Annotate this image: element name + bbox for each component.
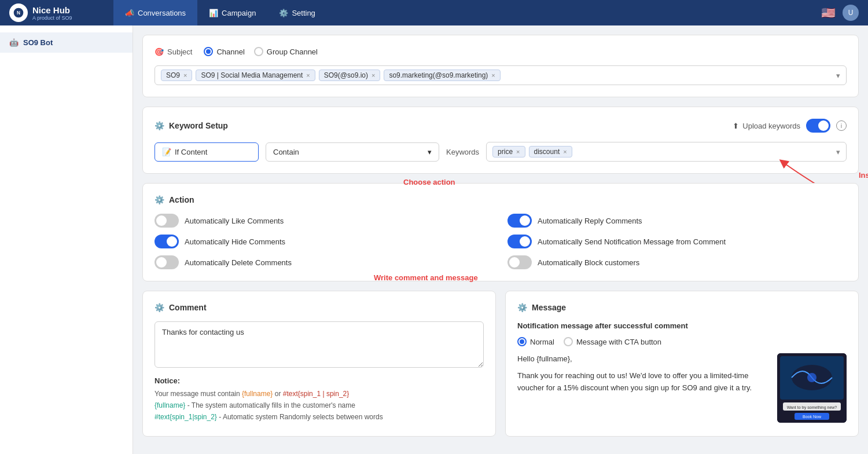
radio-channel-circle (204, 47, 213, 56)
contain-chevron-icon: ▾ (428, 148, 432, 156)
tags-container[interactable]: SO9 × SO9 | Social Media Management × SO… (155, 65, 847, 85)
comment-textarea[interactable]: Thanks for contacting us (155, 321, 484, 368)
contain-select[interactable]: Contain ▾ (266, 142, 439, 162)
subject-label: 🎯 Subject (155, 47, 192, 56)
avatar[interactable]: U (843, 5, 859, 21)
keyword-header-left: ⚙️ Keyword Setup (155, 121, 228, 130)
content-icon: 📝 (162, 148, 171, 156)
keywords-chevron-icon: ▾ (836, 148, 840, 156)
radio-cta-circle (564, 337, 573, 346)
preview-svg: Want to try something new? Book Now (777, 353, 847, 423)
if-content-select[interactable]: 📝 If Content (155, 142, 259, 162)
keyword-tag-price: price × (492, 146, 525, 158)
notice-desc2-post: - Automatic system Randomly selects betw… (219, 413, 382, 421)
radio-cta-label: Message with CTA button (576, 338, 661, 346)
upload-icon: ⬆ (733, 122, 739, 130)
message-gear-icon: ⚙️ (517, 303, 527, 312)
svg-text:N: N (17, 10, 20, 16)
tag-close-marketing[interactable]: × (491, 72, 495, 79)
auto-block-toggle[interactable] (507, 255, 532, 269)
notice-desc1: {fullname} - The system automatically fi… (155, 401, 484, 409)
auto-block-toggle-slider (507, 255, 532, 269)
tag-close-so9-email[interactable]: × (372, 72, 375, 79)
tag-social-media: SO9 | Social Media Management × (196, 69, 315, 81)
radio-normal[interactable]: Normal (517, 337, 554, 346)
notice-desc2-var: #text{spin_1|spin_2} (155, 413, 217, 421)
tag-so9-email: SO9(@so9.io) × (319, 69, 381, 81)
radio-group: Channel Group Channel (204, 47, 318, 56)
tag-close-so9[interactable]: × (183, 72, 187, 79)
auto-like-label: Automatically Like Comments (185, 217, 284, 225)
so9-bot-icon: 🤖 (9, 38, 19, 47)
action-grid: Automatically Like Comments Automaticall… (155, 214, 847, 269)
logo-text: Nice Hub A product of SO9 (32, 5, 72, 21)
message-header: ⚙️ Message (517, 303, 847, 312)
gear-icon: ⚙️ (155, 121, 164, 130)
nav-campaign[interactable]: 📊 Campaign (197, 0, 267, 25)
action-auto-delete: Automatically Delete Comments (155, 255, 494, 269)
keyword-close-discount[interactable]: × (563, 148, 567, 155)
radio-normal-label: Normal (530, 338, 554, 346)
upload-keywords-btn[interactable]: ⬆ Upload keywords (733, 122, 800, 130)
subject-card: 🎯 Subject Channel Group Channel SO9 × (142, 35, 859, 97)
main-content: 🎯 Subject Channel Group Channel SO9 × (133, 25, 868, 454)
upload-keywords-label: Upload keywords (742, 122, 800, 130)
sidebar-item-so9-bot[interactable]: 🤖 SO9 Bot (0, 32, 133, 53)
auto-delete-label: Automatically Delete Comments (185, 258, 292, 267)
msg-radio-row: Normal Message with CTA button (517, 337, 847, 346)
campaign-icon: 📊 (209, 9, 218, 17)
nav-setting[interactable]: ⚙️ Setting (267, 0, 326, 25)
tag-close-social-media[interactable]: × (306, 72, 310, 79)
comment-header: ⚙️ Comment (155, 303, 484, 312)
toggle-slider (806, 119, 830, 133)
auto-hide-label: Automatically Hide Comments (185, 237, 285, 246)
keyword-header-row: ⚙️ Keyword Setup ⬆ Upload keywords i (155, 119, 847, 133)
auto-reply-label: Automatically Reply Comments (538, 217, 642, 225)
flag-icon[interactable]: 🇺🇸 (821, 6, 836, 20)
if-content-label: If Content (175, 148, 207, 156)
auto-notify-toggle[interactable] (507, 235, 532, 248)
action-gear-icon: ⚙️ (155, 195, 164, 204)
notice-desc1-var: {fullname} (155, 401, 185, 409)
keyword-row: 📝 If Content Contain ▾ Keywords price × … (155, 142, 847, 162)
keyword-setup-label: Keyword Setup (169, 121, 228, 130)
notice-var1: {fullname} (242, 390, 273, 398)
nav-conversations[interactable]: 📣 Conversations (113, 0, 197, 25)
svg-text:Want to try something new?: Want to try something new? (787, 405, 837, 410)
top-navigation: N Nice Hub A product of SO9 📣 Conversati… (0, 0, 868, 25)
notice-body: Your message must contain (155, 390, 240, 398)
auto-hide-toggle[interactable] (155, 235, 179, 248)
keyword-setup-card: ⚙️ Keyword Setup ⬆ Upload keywords i 📝 I… (142, 107, 859, 174)
radio-cta[interactable]: Message with CTA button (564, 337, 661, 346)
upload-toggle[interactable] (806, 119, 830, 133)
svg-point-5 (807, 373, 816, 382)
notice-desc: Your message must contain {fullname} or … (155, 390, 484, 398)
action-header: ⚙️ Action (155, 195, 847, 204)
radio-group-channel[interactable]: Group Channel (254, 47, 318, 56)
action-auto-block: Automatically Block customers (507, 255, 847, 269)
auto-notify-toggle-slider (507, 235, 532, 248)
auto-notify-label: Automatically Send Notification Message … (538, 237, 726, 246)
logo-title: Nice Hub (32, 5, 72, 15)
keyword-header-right: ⬆ Upload keywords i (733, 119, 847, 133)
auto-reply-toggle[interactable] (507, 214, 532, 228)
auto-delete-toggle[interactable] (155, 255, 179, 269)
auto-like-toggle[interactable] (155, 214, 179, 228)
nav-conversations-label: Conversations (138, 9, 186, 17)
message-label: Message (532, 303, 566, 312)
auto-delete-toggle-slider (155, 255, 179, 269)
info-icon[interactable]: i (836, 120, 847, 131)
action-auto-notify: Automatically Send Notification Message … (507, 235, 847, 248)
action-auto-like: Automatically Like Comments (155, 214, 494, 228)
logo-sub: A product of SO9 (32, 15, 72, 21)
tags-chevron-icon: ▾ (836, 71, 840, 80)
radio-channel[interactable]: Channel (204, 47, 244, 56)
keywords-tags-container[interactable]: price × discount × ▾ (486, 142, 847, 162)
action-auto-reply: Automatically Reply Comments (507, 214, 847, 228)
comment-card: ⚙️ Comment Thanks for contacting us Noti… (142, 291, 496, 437)
msg-body-text: Thank you for reaching out to us! We'd l… (517, 370, 770, 394)
tag-marketing: so9.marketing(@so9.marketing) × (384, 69, 500, 81)
notice-title: Notice: (155, 376, 484, 385)
auto-hide-toggle-slider (155, 235, 179, 248)
keyword-close-price[interactable]: × (516, 148, 520, 155)
